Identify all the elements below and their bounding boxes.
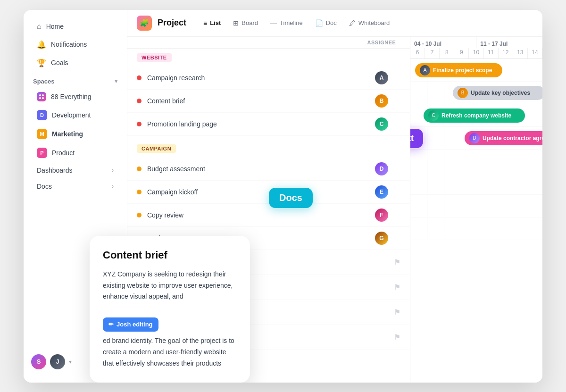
section-website-header: WEBSITE [127,49,410,67]
nav-tabs: ≡ List ⊞ Board — Timeline 📄 Doc 🖊 Wh [198,17,395,30]
avatar-face: C [375,117,388,131]
tab-timeline[interactable]: — Timeline [265,17,308,30]
sidebar-item-notifications[interactable]: 🔔 Notifications [27,36,123,53]
avatar: B [375,94,388,108]
task-status-dot [137,167,142,171]
task-name: Copy review [147,211,363,219]
chevron-down-user[interactable]: ▾ [69,359,72,365]
task-name: Content brief [147,97,363,105]
docs-paragraph-1: XYZ Company is seeking to redesign their… [127,269,237,302]
flag-icon: ⚑ [394,333,400,342]
doc-icon: 📄 [315,19,323,27]
sidebar-item-docs[interactable]: Docs › [27,179,123,194]
whiteboard-icon: 🖊 [349,19,356,27]
avatar: A [375,71,388,84]
sidebar-label-notifications: Notifications [51,41,87,48]
timeline-icon: — [270,19,277,27]
docs-card-title: Content brief [127,249,237,261]
gantt-day: 12 [499,48,513,58]
development-badge: D [37,110,47,120]
task-status-dot [137,190,142,194]
chevron-right-icon: › [112,167,114,174]
edit-badge: ✏ Josh editing [127,317,158,332]
edit-badge-label: Josh editing [127,319,153,330]
gantt-days: 6 7 8 9 10 11 12 13 14 [410,48,542,58]
sidebar-item-development[interactable]: D Development [27,106,123,124]
sidebar-item-dashboards[interactable]: Dashboards › [27,163,123,178]
gantt-day: 13 [513,48,528,58]
sidebar-item-goals[interactable]: 🏆 Goals [27,54,123,72]
column-headers: ASSIGNEE [127,37,410,49]
docs-card: Content brief XYZ Company is seeking to … [127,236,250,383]
avatar-face: E [375,185,388,199]
sidebar-item-product[interactable]: P Product [27,144,123,162]
sidebar-item-marketing[interactable]: M Marketing [27,125,123,143]
sidebar-label-goals: Goals [51,59,68,67]
sidebar-label-development: Development [52,111,91,119]
gantt-day: 7 [425,48,440,58]
sidebar-label-home: Home [46,23,64,30]
gantt-float-label: Gantt [410,129,423,148]
task-name: Budget assessment [147,165,363,173]
chevron-right-icon-docs: › [112,183,114,190]
gantt-grid-row [410,82,542,104]
task-status-dot [137,122,142,126]
project-icon: 🧩 [137,16,152,31]
spaces-header[interactable]: Spaces ▾ [24,72,127,88]
gantt-grid-row [410,172,542,195]
table-row[interactable]: Content brief B [127,90,410,113]
sidebar-label-marketing: Marketing [52,130,83,138]
sidebar-label-product: Product [52,149,75,157]
table-row[interactable]: Copy review F [127,204,410,227]
home-icon: ⌂ [37,22,42,31]
sidebar-item-everything[interactable]: 88 Everything [27,88,123,105]
gantt-day: 8 [440,48,454,58]
docs-float-label: Docs [269,188,313,208]
avatar-face: D [375,162,388,175]
project-title: Project [158,18,186,28]
user-avatar[interactable]: S [31,354,46,369]
tab-list[interactable]: ≡ List [198,17,226,30]
task-status-dot [137,99,142,103]
task-name: Promotion landing page [147,120,363,128]
gantt-weeks: 04 - 10 Jul 11 - 17 Jul [410,37,542,48]
tab-board-label: Board [241,19,258,26]
table-row[interactable]: Promotion landing page C [127,113,410,136]
tab-board[interactable]: ⊞ Board [227,17,264,30]
bell-icon: 🔔 [37,40,46,49]
docs-card-body: XYZ Company is seeking to redesign their… [127,269,237,369]
gantt-grid-row [410,59,542,82]
col-header-assignee: ASSIGNEE [363,40,400,45]
task-status-dot [137,213,142,217]
task-assignee: G [363,232,400,245]
flag-icon: ⚑ [394,258,400,267]
tab-whiteboard[interactable]: 🖊 Whiteboard [343,17,395,30]
app-container: ⌂ Home 🔔 Notifications 🏆 Goals Spaces ▾ … [24,10,542,383]
gantt-day: 9 [454,48,469,58]
docs-paragraph-2: ed brand identity. The goal of the proje… [127,335,237,369]
list-icon: ≡ [203,19,207,27]
spaces-label: Spaces [33,78,55,85]
gantt-grid-row [410,150,542,172]
avatar: F [375,209,388,222]
tab-doc[interactable]: 📄 Doc [309,17,342,30]
grid-icon [39,94,44,99]
task-assignee: E [363,185,400,199]
task-name: Campaign research [147,74,363,82]
tab-whiteboard-label: Whiteboard [358,19,390,26]
table-row[interactable]: Budget assessment D [127,158,410,181]
user-avatar-photo: J [50,354,65,369]
everything-badge [37,92,46,101]
avatar-face: G [375,232,388,245]
avatar: E [375,185,388,199]
gantt-body: A Finalize project scope B Update key ob… [410,59,542,240]
sidebar-item-home[interactable]: ⌂ Home [27,18,123,35]
task-assignee: F [363,209,400,222]
gantt-grid-row [410,104,542,127]
photo-face: J [50,354,65,369]
gantt-grid-row [410,217,542,240]
trophy-icon: 🏆 [37,58,46,67]
gantt-area: 04 - 10 Jul 11 - 17 Jul 6 7 8 9 10 11 12… [410,37,542,383]
table-row[interactable]: Campaign research A [127,67,410,90]
flag-icon: ⚑ [394,308,400,317]
